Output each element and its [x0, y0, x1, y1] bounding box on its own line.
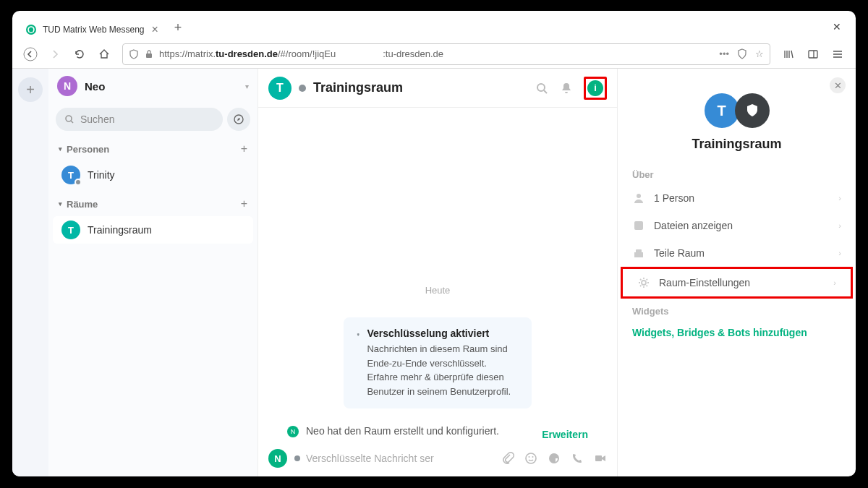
- room-tile-trainingsraum[interactable]: T Trainingsraum: [53, 216, 253, 244]
- e2e-indicator: [294, 455, 300, 461]
- chevron-down-icon: ▾: [59, 145, 62, 153]
- highlight-info-button: i: [584, 77, 607, 100]
- menu-button[interactable]: [827, 43, 848, 65]
- tab-favicon: [25, 24, 37, 35]
- svg-point-11: [529, 456, 530, 458]
- chevron-down-icon: ▾: [59, 200, 62, 207]
- room-name: Trainingsraum: [88, 224, 152, 236]
- item-label: Dateien anzeigen: [654, 220, 733, 231]
- svg-point-15: [637, 194, 641, 198]
- presence-dot: [299, 85, 306, 92]
- main-panel: T Trainingsraum i Heute Verschlüss: [258, 69, 617, 476]
- browser-tabbar: TUD Matrix Web Messeng × + ✕: [12, 11, 856, 40]
- create-space-button[interactable]: +: [18, 77, 43, 102]
- nav-back-button[interactable]: [20, 43, 41, 65]
- expand-button[interactable]: Erweitern: [542, 429, 588, 440]
- svg-point-0: [26, 25, 36, 35]
- svg-point-17: [642, 281, 646, 285]
- gear-icon: [637, 276, 650, 289]
- timeline: Heute Verschlüsselung aktiviert Nachrich…: [258, 108, 617, 440]
- tab-title: TUD Matrix Web Messeng: [43, 25, 144, 35]
- nav-home-button[interactable]: [93, 43, 115, 65]
- user-menu[interactable]: N Neo ▾: [48, 69, 258, 103]
- rooms-section-header[interactable]: ▾ Räume +: [48, 190, 258, 215]
- close-panel-button[interactable]: ✕: [830, 77, 846, 93]
- dm-tile-trinity[interactable]: T Trinity: [53, 161, 253, 189]
- item-label: 1 Person: [654, 192, 694, 204]
- chevron-right-icon: ›: [838, 194, 841, 202]
- files-item[interactable]: Dateien anzeigen ›: [618, 212, 856, 239]
- chevron-right-icon: ›: [833, 278, 836, 287]
- svg-rect-2: [146, 53, 152, 58]
- nav-forward-button: [44, 43, 66, 65]
- user-avatar: N: [57, 76, 77, 96]
- emoji-icon[interactable]: [524, 452, 537, 465]
- person-name: Trinity: [88, 169, 115, 181]
- room-header: T Trainingsraum i: [258, 69, 617, 108]
- people-section-header[interactable]: ▾ Personen +: [48, 135, 258, 160]
- settings-item[interactable]: Raum-Einstellungen ›: [623, 269, 851, 296]
- lock-icon: [145, 50, 153, 59]
- svg-point-5: [66, 116, 72, 121]
- nav-reload-button[interactable]: [69, 43, 90, 65]
- right-panel: ✕ T Trainingsraum Über 1 Person › Dateie…: [617, 69, 856, 476]
- encryption-notice: Verschlüsselung aktiviert Nachrichten in…: [344, 317, 532, 408]
- video-call-icon[interactable]: [594, 452, 607, 465]
- event-row: N Neo hat den Raum erstellt und konfigur…: [287, 424, 588, 440]
- search-icon: [64, 114, 75, 124]
- encryption-body: Nachrichten in diesem Raum sind Ende-zu-…: [367, 342, 519, 398]
- browser-toolbar: https://matrix.tu-dresden.de/#/room/!jiq…: [12, 40, 856, 69]
- composer-avatar: N: [268, 449, 287, 468]
- search-room-icon[interactable]: [535, 81, 549, 95]
- library-icon[interactable]: [778, 43, 799, 65]
- file-icon: [632, 219, 645, 232]
- svg-point-8: [537, 84, 545, 91]
- add-person-button[interactable]: +: [241, 142, 247, 155]
- people-item[interactable]: 1 Person ›: [618, 184, 856, 212]
- person-avatar: T: [61, 166, 80, 184]
- room-avatar-pair: T: [705, 93, 770, 128]
- svg-point-10: [526, 453, 536, 463]
- room-avatar: T: [61, 221, 80, 239]
- explore-button[interactable]: [227, 108, 250, 131]
- encryption-title: Verschlüsselung aktiviert: [367, 328, 519, 339]
- url-bar[interactable]: https://matrix.tu-dresden.de/#/room/!jiq…: [122, 43, 770, 65]
- svg-rect-14: [595, 455, 602, 461]
- tab-close-icon[interactable]: ×: [150, 24, 159, 35]
- event-avatar: N: [287, 426, 299, 437]
- svg-rect-16: [634, 221, 643, 230]
- person-icon: [632, 192, 645, 205]
- left-panel: N Neo ▾ Suchen ▾ Personen + T Trinity: [48, 69, 258, 476]
- user-name: Neo: [85, 80, 105, 93]
- attach-icon[interactable]: [501, 452, 514, 465]
- highlight-settings: Raum-Einstellungen ›: [621, 267, 853, 299]
- notifications-icon[interactable]: [559, 81, 574, 95]
- svg-rect-3: [809, 51, 817, 58]
- section-label: Personen: [67, 144, 109, 155]
- search-input[interactable]: Suchen: [56, 108, 223, 131]
- sticker-icon[interactable]: [548, 452, 561, 465]
- sidebar-icon[interactable]: [802, 43, 824, 65]
- share-item[interactable]: Teile Raum ›: [618, 239, 856, 267]
- chevron-right-icon: ›: [838, 221, 841, 230]
- more-icon[interactable]: •••: [719, 48, 729, 60]
- add-room-button[interactable]: +: [241, 197, 247, 210]
- composer: N Verschlüsselte Nachricht ser: [258, 440, 617, 476]
- browser-tab[interactable]: TUD Matrix Web Messeng ×: [18, 20, 167, 40]
- widgets-section-label: Widgets: [618, 299, 856, 321]
- svg-line-6: [71, 121, 73, 123]
- voice-call-icon[interactable]: [571, 452, 584, 465]
- event-text: Neo hat den Raum erstellt und konfigurie…: [306, 424, 499, 440]
- tracking-icon[interactable]: [736, 48, 748, 60]
- space-bar: +: [12, 69, 48, 476]
- window-close-icon[interactable]: ✕: [824, 17, 850, 40]
- new-tab-button[interactable]: +: [167, 16, 190, 40]
- room-avatar: T: [268, 77, 292, 100]
- message-input[interactable]: Verschlüsselte Nachricht ser: [294, 453, 494, 464]
- room-info-button[interactable]: i: [587, 80, 603, 96]
- url-text: https://matrix.tu-dresden.de/#/room/!jiq…: [159, 48, 713, 59]
- panel-room-title: Trainingsraum: [692, 137, 781, 152]
- bookmark-icon[interactable]: ☆: [755, 48, 764, 60]
- share-icon: [632, 247, 645, 260]
- add-widgets-link[interactable]: Widgets, Bridges & Bots hinzufügen: [618, 321, 856, 344]
